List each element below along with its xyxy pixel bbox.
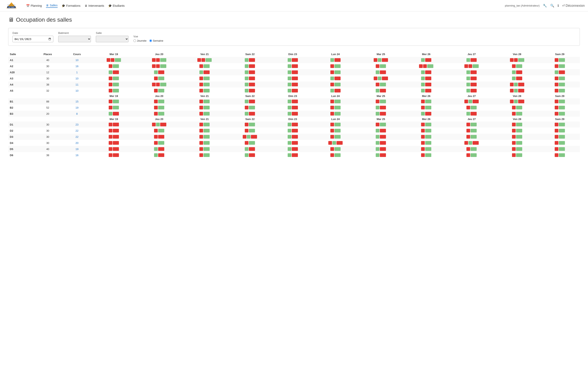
- salle-select[interactable]: [96, 36, 128, 42]
- day-td[interactable]: [273, 82, 313, 88]
- day-cell[interactable]: [93, 70, 135, 74]
- day-td[interactable]: [540, 121, 580, 128]
- day-td[interactable]: [273, 105, 313, 111]
- day-cell[interactable]: [93, 135, 135, 139]
- day-td[interactable]: [227, 152, 273, 158]
- day-cell[interactable]: [183, 83, 226, 86]
- cours-cell[interactable]: 11: [63, 82, 91, 88]
- day-td[interactable]: [449, 128, 494, 134]
- day-td[interactable]: [136, 146, 182, 152]
- day-td[interactable]: [273, 75, 313, 82]
- day-td[interactable]: [540, 69, 580, 75]
- day-cell[interactable]: [93, 100, 135, 103]
- day-cell[interactable]: [138, 106, 180, 109]
- day-cell[interactable]: [274, 141, 311, 145]
- day-cell[interactable]: [274, 153, 311, 157]
- day-cell[interactable]: [451, 76, 493, 80]
- day-td[interactable]: [313, 128, 358, 134]
- day-td[interactable]: [182, 69, 227, 75]
- day-cell[interactable]: [138, 76, 180, 80]
- day-cell[interactable]: [229, 100, 271, 103]
- day-cell[interactable]: [360, 135, 402, 139]
- day-cell[interactable]: [405, 153, 447, 157]
- day-td[interactable]: [227, 140, 273, 146]
- day-td[interactable]: [182, 111, 227, 117]
- day-td[interactable]: [494, 134, 540, 140]
- day-td[interactable]: [449, 140, 494, 146]
- day-td[interactable]: [136, 57, 182, 63]
- day-cell[interactable]: [183, 123, 226, 126]
- day-td[interactable]: [273, 98, 313, 105]
- day-cell[interactable]: [360, 58, 402, 62]
- cours-cell[interactable]: 20: [63, 140, 91, 146]
- day-cell[interactable]: [496, 100, 538, 103]
- day-cell[interactable]: [451, 58, 493, 62]
- day-cell[interactable]: [315, 153, 357, 157]
- day-cell[interactable]: [274, 100, 311, 103]
- day-cell[interactable]: [496, 89, 538, 92]
- day-cell[interactable]: [451, 64, 493, 68]
- day-cell[interactable]: [93, 112, 135, 116]
- day-td[interactable]: [494, 69, 540, 75]
- day-td[interactable]: [494, 121, 540, 128]
- day-td[interactable]: [313, 146, 358, 152]
- day-cell[interactable]: [183, 147, 226, 151]
- day-cell[interactable]: [93, 83, 135, 86]
- day-td[interactable]: [273, 57, 313, 63]
- day-td[interactable]: [494, 146, 540, 152]
- day-cell[interactable]: [360, 141, 402, 145]
- day-cell[interactable]: [315, 141, 357, 145]
- salle-cell[interactable]: A2: [8, 63, 33, 69]
- day-cell[interactable]: [405, 147, 447, 151]
- day-cell[interactable]: [229, 76, 271, 80]
- day-cell[interactable]: [541, 147, 578, 151]
- day-td[interactable]: [273, 134, 313, 140]
- day-cell[interactable]: [496, 106, 538, 109]
- day-cell[interactable]: [315, 58, 357, 62]
- cours-cell[interactable]: 10: [63, 75, 91, 82]
- day-cell[interactable]: [405, 123, 447, 126]
- day-cell[interactable]: [183, 106, 226, 109]
- day-td[interactable]: [136, 140, 182, 146]
- day-cell[interactable]: [138, 153, 180, 157]
- day-td[interactable]: [227, 146, 273, 152]
- day-td[interactable]: [494, 82, 540, 88]
- salle-cell[interactable]: D4: [8, 140, 33, 146]
- day-td[interactable]: [358, 88, 403, 94]
- day-td[interactable]: [494, 140, 540, 146]
- day-td[interactable]: [403, 134, 449, 140]
- cours-cell[interactable]: 22: [63, 134, 91, 140]
- cours-cell[interactable]: 19: [63, 146, 91, 152]
- day-td[interactable]: [403, 57, 449, 63]
- nav-planning[interactable]: 📅 Planning: [26, 4, 42, 7]
- day-td[interactable]: [358, 105, 403, 111]
- day-cell[interactable]: [93, 123, 135, 126]
- cours-cell[interactable]: 22: [63, 128, 91, 134]
- salle-cell[interactable]: A20: [8, 69, 33, 75]
- cours-cell[interactable]: 15: [63, 98, 91, 105]
- salle-cell[interactable]: D3: [8, 134, 33, 140]
- day-cell[interactable]: [315, 129, 357, 133]
- day-td[interactable]: [273, 121, 313, 128]
- day-td[interactable]: [358, 82, 403, 88]
- day-cell[interactable]: [315, 89, 357, 92]
- day-td[interactable]: [449, 152, 494, 158]
- day-td[interactable]: [273, 69, 313, 75]
- day-td[interactable]: [136, 128, 182, 134]
- day-td[interactable]: [449, 69, 494, 75]
- day-cell[interactable]: [360, 129, 402, 133]
- day-cell[interactable]: [315, 106, 357, 109]
- nav-salles[interactable]: 🖥 Salles: [46, 4, 58, 8]
- vue-semaine-label[interactable]: Semaine: [149, 39, 163, 42]
- day-td[interactable]: [358, 146, 403, 152]
- day-td[interactable]: [403, 128, 449, 134]
- day-cell[interactable]: [405, 141, 447, 145]
- day-td[interactable]: [227, 63, 273, 69]
- day-cell[interactable]: [496, 70, 538, 74]
- day-td[interactable]: [91, 98, 136, 105]
- day-cell[interactable]: [496, 112, 538, 116]
- day-td[interactable]: [358, 134, 403, 140]
- day-cell[interactable]: [183, 64, 226, 68]
- day-cell[interactable]: [274, 123, 311, 126]
- day-td[interactable]: [449, 111, 494, 117]
